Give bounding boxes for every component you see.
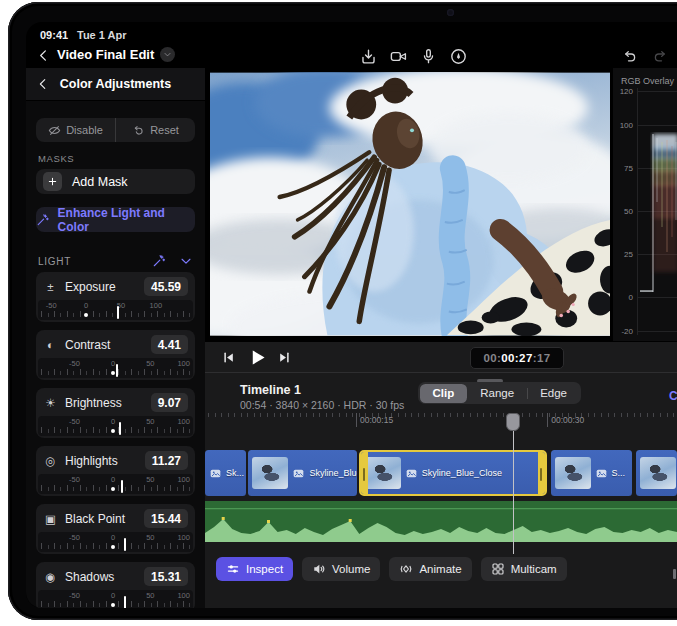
ruler-tick [437,413,438,417]
slider-track[interactable]: -50050100 [38,532,193,552]
clip-clip[interactable] [636,450,677,496]
slider-cursor[interactable] [124,596,126,608]
scope-axis-label: 100 [613,121,633,130]
ruler-tick [463,413,464,417]
scope-gridline [637,125,677,126]
project-title-menu[interactable]: Video Final Edit [57,47,175,62]
reset-button[interactable]: Reset [115,118,195,142]
tick-mark [86,487,87,491]
multicam-button[interactable]: Multicam [481,557,567,581]
tick-mark [125,429,126,433]
slider-cursor[interactable] [119,422,121,435]
slider-cursor[interactable] [117,306,119,319]
slider-cursor[interactable] [121,480,123,493]
back-button[interactable] [36,48,51,63]
skip-forward-button[interactable] [277,350,292,365]
transport-bar: 00: 00:27 :17 [205,341,677,373]
volume-button[interactable]: Volume [302,557,380,581]
pencil-icon[interactable] [450,48,467,65]
slider-value-field[interactable]: 15.44 [144,509,188,528]
status-date: Tue 1 Apr [77,29,127,41]
audio-track[interactable] [205,501,677,542]
scope-gridline [637,331,677,332]
slider-label: Highlights [65,454,138,468]
microphone-icon[interactable] [420,48,437,65]
tick-mark [151,545,152,549]
slider-track[interactable]: -50050100 [38,358,193,378]
scope-axis-label: 50 [613,207,633,216]
slider-track[interactable]: -50050100 [38,416,193,436]
auto-enhance-icon[interactable] [152,254,166,268]
slider-tick-label: 50 [146,533,154,542]
slider-header-row: ☀Brightness9.07 [36,392,195,413]
camera-icon[interactable] [390,48,407,65]
slider-tick-label: 0 [84,301,88,310]
timeline-ruler[interactable]: 00:00:1500:00:30 [205,411,677,437]
inspect-button[interactable]: Inspect [216,557,293,581]
clip-skyline-blue-close[interactable]: Skyline_Blue_Close [359,450,547,496]
undo-button[interactable] [622,48,638,64]
clip-sk-[interactable]: Sk... [205,450,246,496]
slider-value-field[interactable]: 4.41 [151,335,188,354]
ruler-tick [667,413,668,417]
tick-mark [60,603,61,607]
import-icon[interactable] [360,48,377,65]
tick-mark [54,485,55,491]
playhead-handle[interactable] [506,413,520,431]
slider-track[interactable]: -50050100 [38,474,193,494]
tick-mark [151,487,152,491]
tab-clip[interactable]: Clip [420,384,468,403]
tick-mark [41,311,42,317]
title-menu-button[interactable] [160,47,175,62]
collapse-chevron-icon[interactable] [179,254,193,268]
ruler-tick [614,413,615,417]
redo-button[interactable] [652,48,668,64]
add-mask-button[interactable]: Add Mask [36,169,195,194]
slider-cursor[interactable] [116,364,118,377]
slider-value-field[interactable]: 45.59 [144,277,188,296]
slider-value-field[interactable]: 9.07 [151,393,188,412]
slider-value-field[interactable]: 15.31 [144,567,188,586]
slider-label: Shadows [65,570,137,584]
ruler-tick [411,413,412,417]
tick-mark [80,601,81,607]
tick-mark [60,487,61,491]
play-button[interactable] [247,347,268,368]
slider-exposure: ±Exposure45.59-50050100 [36,272,195,322]
slider-track[interactable]: -50050100 [38,590,193,608]
slider-tick-label: 0 [111,591,115,600]
tick-mark [157,543,158,549]
tick-mark [144,427,145,433]
contrast-icon: ◐ [43,339,58,351]
clip-skyline-blue-wide[interactable]: Skyline_Blue_Wide [248,450,356,496]
slider-tick-label: 100 [177,533,190,542]
partial-button[interactable]: C [669,389,677,403]
plus-icon [43,172,62,191]
video-preview[interactable] [205,68,612,341]
slider-track[interactable]: -50050100 [38,300,193,320]
tick-mark [138,313,139,317]
tick-mark [73,545,74,549]
plus-minus-icon: ± [43,281,58,293]
timeline-toolbar: InspectVolumeAnimateMulticam [216,557,567,581]
tick-mark [144,543,145,549]
enhance-light-color-button[interactable]: Enhance Light and Color [36,207,195,232]
tick-mark [151,313,152,317]
tab-edge[interactable]: Edge [527,384,580,403]
skip-back-button[interactable] [221,350,236,365]
timecode-display[interactable]: 00: 00:27 :17 [470,347,564,369]
slider-value-field[interactable]: 11.27 [145,451,188,470]
tick-mark [86,603,87,607]
disable-button[interactable]: Disable [36,118,115,142]
animate-button[interactable]: Animate [389,557,471,581]
slider-tick-label: 50 [146,475,154,484]
scope-axis-label: 25 [613,250,633,259]
tick-mark [48,545,49,549]
tick-mark [157,485,158,491]
tab-range[interactable]: Range [467,384,527,403]
trim-handle-left[interactable] [361,452,368,494]
trim-handle-right[interactable] [538,452,545,494]
clip-s-[interactable]: S... [551,450,633,496]
slider-tick-label: 0 [111,533,115,542]
slider-cursor[interactable] [124,538,126,551]
